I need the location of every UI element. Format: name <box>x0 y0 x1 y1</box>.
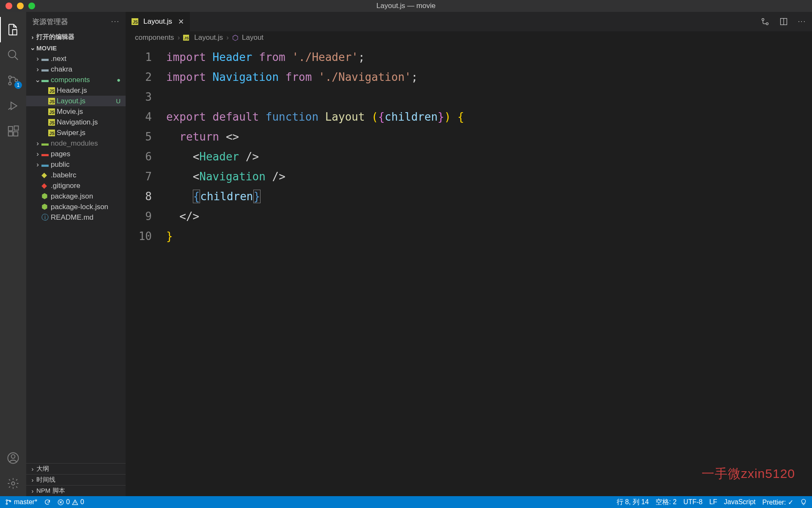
window-title: Layout.js — movie <box>376 2 436 10</box>
cursor-position-status[interactable]: 行 8, 列 14 <box>617 498 649 507</box>
modified-dot-icon: ● <box>117 76 126 83</box>
folder-icon: ▬ <box>41 139 51 148</box>
git-branch-status[interactable]: master* <box>5 498 37 506</box>
compare-changes-icon[interactable] <box>761 17 769 26</box>
folder-icon: ▬ <box>41 160 51 169</box>
branch-name: master* <box>14 498 37 506</box>
timeline-section[interactable]: ›时间线 <box>26 474 126 485</box>
sidebar-header: 资源管理器 ··· <box>26 12 126 31</box>
svg-point-12 <box>766 23 768 25</box>
breadcrumb-folder[interactable]: components <box>135 33 174 42</box>
tree-file-package[interactable]: ⬢package.json <box>26 191 126 202</box>
svg-point-1 <box>8 76 11 78</box>
sidebar-more-icon[interactable]: ··· <box>111 17 120 26</box>
svg-rect-5 <box>8 132 13 136</box>
sync-status[interactable] <box>44 499 51 505</box>
minimize-window-button[interactable] <box>17 3 24 9</box>
tree-folder-next[interactable]: ›▬.next <box>26 53 126 64</box>
tree-file-package-lock[interactable]: ⬢package-lock.json <box>26 202 126 212</box>
maximize-window-button[interactable] <box>28 3 35 9</box>
js-file-icon: JS <box>48 98 55 105</box>
sidebar: 资源管理器 ··· › 打开的编辑器 ⌄ MOVIE ›▬.next ›▬cha… <box>26 12 126 496</box>
split-editor-icon[interactable] <box>779 17 788 26</box>
feedback-icon[interactable] <box>800 499 807 505</box>
js-file-icon: JS <box>48 108 55 115</box>
eol-status[interactable]: LF <box>709 498 717 506</box>
minimap[interactable] <box>804 44 812 496</box>
tree-file-swiper[interactable]: JSSwiper.js <box>26 127 126 138</box>
npm-label: NPM 脚本 <box>36 487 65 495</box>
settings-activity[interactable] <box>0 471 26 496</box>
tree-file-layout[interactable]: JSLayout.jsU <box>26 96 126 106</box>
project-name: MOVIE <box>36 44 57 52</box>
tab-label: Layout.js <box>143 17 172 26</box>
more-actions-icon[interactable]: ··· <box>798 18 806 25</box>
outline-label: 大纲 <box>36 465 49 473</box>
svg-point-15 <box>6 503 7 504</box>
extensions-activity[interactable] <box>0 119 26 144</box>
svg-point-11 <box>762 19 764 21</box>
statusbar: master* 0 0 行 8, 列 14 空格: 2 UTF-8 LF Jav… <box>0 496 812 508</box>
tree-file-babelrc[interactable]: ◆.babelrc <box>26 170 126 180</box>
tree-file-navigation[interactable]: JSNavigation.js <box>26 117 126 127</box>
tree-folder-components[interactable]: ⌄▬components● <box>26 75 126 85</box>
tree-file-gitignore[interactable]: ◆.gitignore <box>26 180 126 191</box>
activity-bar: 1 <box>0 12 26 496</box>
chevron-down-icon: ⌄ <box>29 44 36 52</box>
problems-status[interactable]: 0 0 <box>58 498 84 506</box>
tree-folder-chakra[interactable]: ›▬chakra <box>26 64 126 75</box>
tab-layout[interactable]: JS Layout.js ✕ <box>126 12 190 31</box>
open-editors-section[interactable]: › 打开的编辑器 <box>26 31 126 42</box>
sidebar-title: 资源管理器 <box>32 17 68 27</box>
source-control-activity[interactable]: 1 <box>0 68 26 93</box>
svg-rect-6 <box>14 132 18 136</box>
editor-area: JS Layout.js ✕ ··· components › JS Layou… <box>126 12 812 496</box>
tree-folder-node-modules[interactable]: ›▬node_modules <box>26 138 126 149</box>
tree-file-readme[interactable]: ⓘREADME.md <box>26 212 126 223</box>
chevron-right-icon: › <box>178 33 180 42</box>
watermark-text: 一手微zxin5120 <box>702 465 795 483</box>
folder-icon: ▬ <box>41 65 51 74</box>
tabs-row: JS Layout.js ✕ ··· <box>126 12 812 31</box>
npm-scripts-section[interactable]: ›NPM 脚本 <box>26 485 126 496</box>
warning-count: 0 <box>80 498 84 506</box>
prettier-status[interactable]: Prettier: ✓ <box>763 498 793 506</box>
breadcrumb[interactable]: components › JS Layout.js › ⬡ Layout <box>126 31 812 44</box>
tree-file-movie[interactable]: JSMovie.js <box>26 106 126 117</box>
run-debug-activity[interactable] <box>0 93 26 119</box>
svg-point-9 <box>11 455 15 458</box>
language-mode-status[interactable]: JavaScript <box>724 498 756 506</box>
close-tab-icon[interactable]: ✕ <box>178 17 184 26</box>
tree-folder-pages[interactable]: ›▬pages <box>26 149 126 159</box>
indentation-status[interactable]: 空格: 2 <box>656 498 677 507</box>
npm-file-icon: ⬢ <box>41 192 51 201</box>
info-file-icon: ⓘ <box>41 213 51 222</box>
breadcrumb-symbol[interactable]: Layout <box>242 33 263 42</box>
accounts-activity[interactable] <box>0 445 26 471</box>
encoding-status[interactable]: UTF-8 <box>683 498 702 506</box>
error-count: 0 <box>66 498 70 506</box>
open-editors-label: 打开的编辑器 <box>36 33 74 41</box>
close-window-button[interactable] <box>5 3 12 9</box>
chevron-right-icon: › <box>226 33 229 42</box>
js-file-icon: JS <box>48 119 55 126</box>
outline-section[interactable]: ›大纲 <box>26 463 126 474</box>
breadcrumb-file[interactable]: Layout.js <box>194 33 223 42</box>
code-editor[interactable]: 12345678910 import Header from './Header… <box>126 44 812 496</box>
editor-actions: ··· <box>761 12 812 31</box>
tree-file-header[interactable]: JSHeader.js <box>26 85 126 96</box>
js-file-icon: JS <box>183 35 189 41</box>
line-numbers: 12345678910 <box>126 44 166 496</box>
svg-point-0 <box>8 50 16 58</box>
folder-open-icon: ▬ <box>41 76 51 84</box>
project-section[interactable]: ⌄ MOVIE <box>26 42 126 53</box>
search-activity[interactable] <box>0 42 26 68</box>
code-content[interactable]: import Header from './Header'; import Na… <box>166 44 812 496</box>
file-tree: ›▬.next ›▬chakra ⌄▬components● JSHeader.… <box>26 53 126 463</box>
chevron-right-icon: › <box>29 33 36 41</box>
scm-badge: 1 <box>14 81 22 89</box>
tree-folder-public[interactable]: ›▬public <box>26 159 126 170</box>
svg-point-2 <box>8 82 11 85</box>
symbol-function-icon: ⬡ <box>232 33 239 42</box>
explorer-activity[interactable] <box>0 17 26 42</box>
